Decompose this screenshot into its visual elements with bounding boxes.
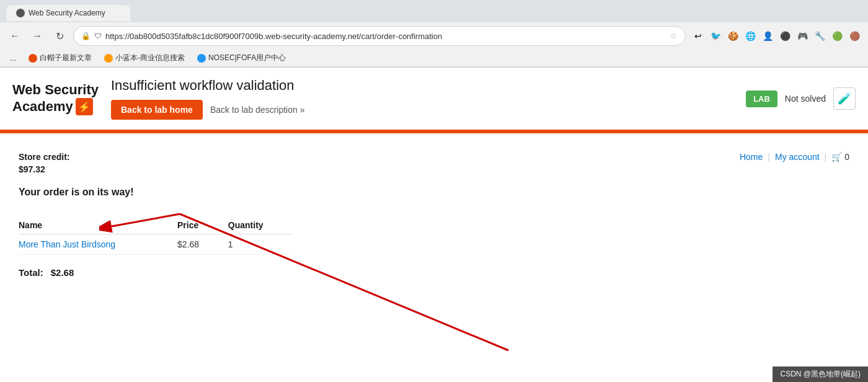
ext-icon-10[interactable]: 🟤 (847, 29, 862, 43)
cart-count: 0 (844, 152, 849, 162)
tab-favicon (16, 9, 25, 17)
bookmark-dot-3 (104, 54, 113, 63)
order-table: Name Price Quantity More Than Just Birds… (19, 216, 291, 255)
logo-text: Web Security Academy ⚡ (12, 82, 99, 115)
forward-button[interactable]: → (29, 27, 46, 45)
my-account-nav-link[interactable]: My account (775, 152, 820, 162)
extension-icons: ↩ 🐦 🍪 🌐 👤 ⚫ 🎮 🔧 🟢 🟤 (691, 29, 862, 43)
total-label: Total: (19, 267, 43, 278)
product-qty-cell: 1 (221, 234, 291, 255)
total-value: $2.68 (51, 267, 74, 278)
lab-badge: LAB (746, 91, 777, 107)
ext-icon-4[interactable]: 🌐 (743, 29, 758, 43)
logo-line1: Web Security (12, 82, 99, 98)
bookmark-star-icon[interactable]: ☆ (670, 31, 678, 41)
bookmark-label-1: ... (10, 54, 16, 63)
ext-icon-7[interactable]: 🎮 (795, 29, 810, 43)
store-credit-value: $97.32 (19, 164, 849, 174)
url-text: https://0ab800d5035fafb8c1dc80f900f7009b… (105, 32, 666, 41)
bookmark-dot-4 (197, 54, 206, 63)
lock-icon: 🔒 (81, 32, 91, 40)
bookmark-label-4: NOSEC|FOFA用户中心 (208, 53, 286, 63)
col-header-price: Price (170, 216, 221, 234)
ext-icon-9[interactable]: 🟢 (830, 29, 844, 43)
bookmark-item-4[interactable]: NOSEC|FOFA用户中心 (193, 51, 290, 64)
back-to-lab-button[interactable]: Back to lab home (111, 100, 203, 120)
bookmark-item-3[interactable]: 小蓝本-商业信息搜索 (100, 51, 188, 64)
bookmark-dot-2 (29, 54, 37, 63)
tab-title: Web Security Academy (29, 9, 105, 17)
flask-button[interactable]: 🧪 (833, 87, 856, 110)
back-description-link[interactable]: Back to lab description » (210, 105, 305, 115)
table-row: More Than Just Birdsong $2.68 1 (19, 234, 291, 255)
logo-line2: Academy ⚡ (12, 98, 99, 115)
bottom-bar: CSDN @黑色地带(崛起) (773, 366, 868, 378)
tab-bar: Web Security Academy (0, 0, 868, 22)
header-left: Web Security Academy ⚡ Insufficient work… (12, 78, 305, 120)
product-price-cell: $2.68 (170, 234, 221, 255)
address-bar[interactable]: 🔒 🛡 https://0ab800d5035fafb8c1dc80f900f7… (73, 26, 686, 46)
bookmark-item-1[interactable]: ... (6, 53, 20, 64)
order-total: Total: $2.68 (19, 267, 849, 278)
lab-title-block: Insufficient workflow validation Back to… (111, 78, 305, 120)
header-right: LAB Not solved 🧪 (746, 87, 856, 110)
bookmark-label-2: 白帽子最新文章 (40, 53, 92, 63)
ext-icon-1[interactable]: ↩ (691, 29, 706, 43)
bookmark-label-3: 小蓝本-商业信息搜索 (115, 53, 185, 63)
ext-icon-8[interactable]: 🔧 (812, 29, 827, 43)
ext-icon-5[interactable]: 👤 (760, 29, 775, 43)
ext-icon-6[interactable]: ⚫ (777, 29, 792, 43)
bookmark-item-2[interactable]: 白帽子最新文章 (25, 51, 95, 64)
back-button[interactable]: ← (6, 27, 24, 45)
cart-icon-wrapper[interactable]: 🛒 0 (831, 152, 849, 162)
footer-label: CSDN @黑色地带(崛起) (780, 370, 861, 378)
nav-sep-2: | (825, 152, 827, 162)
ext-icon-3[interactable]: 🍪 (725, 29, 740, 43)
logo[interactable]: Web Security Academy ⚡ (12, 82, 99, 115)
store-nav: Home | My account | 🛒 0 (740, 152, 849, 162)
site-header: Web Security Academy ⚡ Insufficient work… (0, 68, 868, 131)
store-credit-label: Store credit: (19, 152, 849, 162)
product-name-cell: More Than Just Birdsong (19, 234, 170, 255)
browser-toolbar: ← → ↻ 🔒 🛡 https://0ab800d5035fafb8c1dc80… (0, 22, 868, 50)
page-wrapper: Web Security Academy ⚡ Insufficient work… (0, 68, 868, 378)
ext-icon-2[interactable]: 🐦 (708, 29, 723, 43)
main-content: Home | My account | 🛒 0 Store credit: $9… (0, 133, 868, 296)
lab-status: Not solved (785, 94, 826, 104)
browser-chrome: Web Security Academy ← → ↻ 🔒 🛡 https://0… (0, 0, 868, 68)
nav-sep-1: | (768, 152, 770, 162)
shield-icon: 🛡 (94, 32, 102, 40)
logo-bolt-icon: ⚡ (76, 98, 93, 115)
active-tab[interactable]: Web Security Academy (6, 5, 130, 21)
reload-button[interactable]: ↻ (51, 27, 68, 45)
lab-actions: Back to lab home Back to lab description… (111, 100, 305, 120)
col-header-quantity: Quantity (221, 216, 291, 234)
order-message: Your order is on its way! (19, 187, 849, 198)
product-link[interactable]: More Than Just Birdsong (19, 239, 115, 249)
chevron-right-icon: » (300, 105, 305, 115)
home-nav-link[interactable]: Home (740, 152, 763, 162)
cart-icon: 🛒 (831, 152, 842, 162)
bookmarks-bar: ... 白帽子最新文章 小蓝本-商业信息搜索 NOSEC|FOFA用户中心 (0, 50, 868, 67)
col-header-name: Name (19, 216, 170, 234)
lab-title: Insufficient workflow validation (111, 78, 305, 94)
